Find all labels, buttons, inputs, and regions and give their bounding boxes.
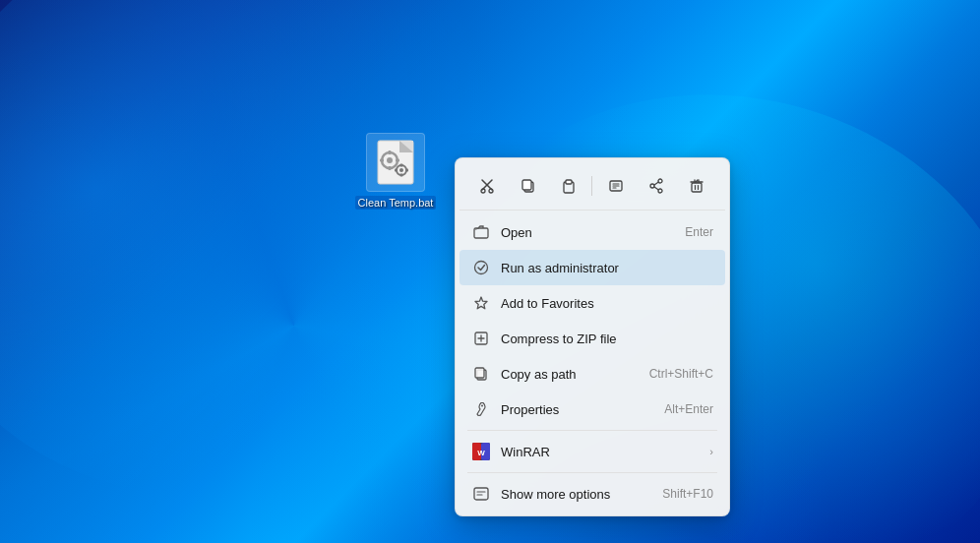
desktop-icon-clean-temp[interactable]: Clean Temp.bat (356, 133, 435, 210)
winrar-icon: W (471, 442, 491, 461)
svg-line-30 (654, 182, 658, 185)
desktop-background: Clean Temp.bat (0, 0, 980, 543)
show-more-shortcut: Shift+F10 (662, 487, 713, 501)
svg-rect-32 (692, 183, 702, 192)
rename-button[interactable] (598, 168, 634, 204)
run-admin-label: Run as administrator (501, 261, 713, 275)
menu-item-open[interactable]: Open Enter (459, 214, 725, 250)
share-icon (648, 178, 664, 194)
svg-rect-12 (400, 174, 403, 177)
compress-icon (471, 329, 491, 348)
svg-point-17 (481, 189, 485, 193)
menu-item-add-favorites[interactable]: Add to Favorites (459, 285, 725, 321)
file-icon-image (366, 133, 425, 192)
menu-item-run-admin[interactable]: Run as administrator (459, 250, 725, 285)
winrar-arrow: › (709, 446, 713, 457)
copy-path-label: Copy as path (501, 367, 634, 382)
rename-icon (608, 178, 624, 194)
menu-item-compress[interactable]: Compress to ZIP file (459, 321, 725, 356)
winrar-label: WinRAR (501, 445, 702, 459)
open-label: Open (501, 225, 669, 240)
context-menu-toolbar (459, 162, 725, 211)
menu-separator-1 (467, 430, 717, 431)
share-button[interactable] (639, 168, 674, 204)
svg-point-28 (650, 184, 654, 188)
copy-button[interactable] (511, 168, 546, 204)
open-icon (471, 222, 491, 242)
more-options-icon (471, 484, 491, 504)
svg-point-4 (387, 157, 393, 163)
properties-label: Properties (501, 402, 648, 417)
copy-icon (521, 178, 536, 194)
svg-rect-5 (389, 151, 392, 154)
svg-point-18 (489, 189, 493, 193)
properties-icon (471, 399, 491, 419)
svg-text:W: W (477, 449, 485, 457)
svg-point-46 (481, 405, 483, 407)
delete-icon (689, 178, 704, 194)
toolbar-divider-1 (591, 176, 592, 196)
add-favorites-label: Add to Favorites (501, 296, 713, 311)
cut-icon (480, 178, 496, 194)
context-menu: Open Enter Run as administrator Add to F… (455, 157, 730, 516)
svg-rect-20 (522, 180, 531, 190)
copy-path-icon (471, 364, 491, 384)
open-shortcut: Enter (685, 225, 713, 239)
svg-rect-22 (566, 180, 572, 184)
paste-icon (561, 178, 577, 194)
admin-icon (471, 258, 491, 277)
svg-rect-6 (389, 166, 392, 170)
delete-button[interactable] (679, 168, 714, 204)
svg-rect-8 (396, 159, 399, 162)
svg-rect-45 (475, 368, 484, 378)
favorites-icon (471, 293, 491, 313)
svg-rect-11 (400, 164, 403, 167)
svg-point-27 (658, 179, 662, 183)
svg-rect-13 (395, 169, 398, 172)
paste-button[interactable] (551, 168, 586, 204)
bat-file-icon-svg (370, 137, 421, 188)
copy-path-shortcut: Ctrl+Shift+C (649, 367, 713, 381)
menu-separator-2 (467, 472, 717, 473)
menu-item-show-more[interactable]: Show more options Shift+F10 (459, 476, 725, 512)
menu-item-winrar[interactable]: W WinRAR › (459, 434, 725, 469)
menu-item-copy-path[interactable]: Copy as path Ctrl+Shift+C (459, 356, 725, 392)
menu-item-properties[interactable]: Properties Alt+Enter (459, 392, 725, 427)
desktop-icon-label: Clean Temp.bat (355, 196, 437, 210)
svg-point-10 (399, 168, 403, 172)
svg-rect-14 (405, 169, 408, 172)
show-more-label: Show more options (501, 487, 646, 502)
properties-shortcut: Alt+Enter (664, 402, 713, 416)
svg-rect-7 (380, 159, 384, 162)
svg-point-40 (475, 262, 488, 274)
svg-rect-51 (474, 488, 488, 500)
svg-line-31 (654, 187, 658, 190)
svg-point-29 (658, 189, 662, 193)
compress-label: Compress to ZIP file (501, 332, 713, 346)
cut-button[interactable] (470, 168, 506, 204)
svg-rect-39 (474, 228, 488, 238)
